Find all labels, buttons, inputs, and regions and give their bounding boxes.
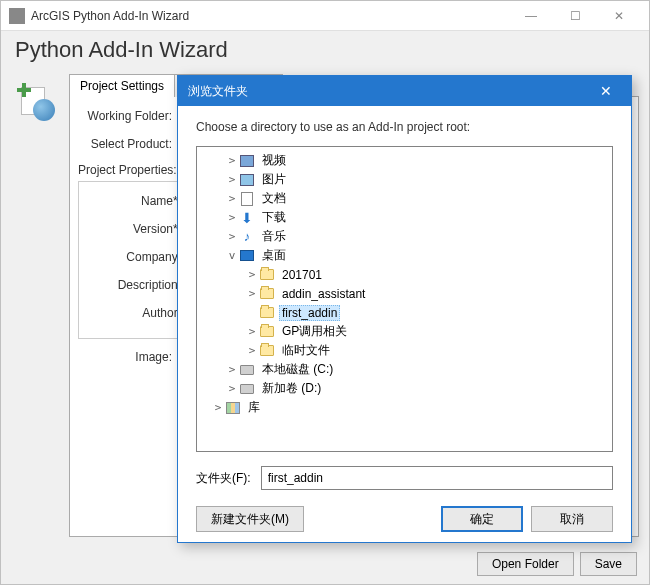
tree-item-label: 库 xyxy=(245,398,263,417)
tree-toggle-icon[interactable]: > xyxy=(225,173,239,186)
tree-toggle-icon[interactable]: > xyxy=(211,401,225,414)
tree-toggle-icon[interactable]: > xyxy=(245,268,259,281)
tree-toggle-icon[interactable]: > xyxy=(245,325,259,338)
author-label: Author: xyxy=(87,306,187,320)
description-label: Description: xyxy=(87,278,187,292)
pic-icon xyxy=(239,173,255,187)
tree-item[interactable]: >201701 xyxy=(197,265,612,284)
tree-item-label: 201701 xyxy=(279,267,325,283)
wizard-icon xyxy=(15,81,55,121)
tree-item-label: 音乐 xyxy=(259,227,289,246)
tree-item[interactable]: >GP调用相关 xyxy=(197,322,612,341)
tree-item-label: 桌面 xyxy=(259,246,289,265)
disk-icon xyxy=(239,363,255,377)
tree-item-label: 图片 xyxy=(259,170,289,189)
tree-item-label: GP调用相关 xyxy=(279,322,350,341)
tree-item-label: 新加卷 (D:) xyxy=(259,379,324,398)
tree-item-label: 本地磁盘 (C:) xyxy=(259,360,336,379)
new-folder-button[interactable]: 新建文件夹(M) xyxy=(196,506,304,532)
page-title: Python Add-In Wizard xyxy=(1,31,649,73)
titlebar: ArcGIS Python Add-In Wizard — ☐ ✕ xyxy=(1,1,649,31)
folder-name-input[interactable] xyxy=(261,466,613,490)
tree-item[interactable]: >图片 xyxy=(197,170,612,189)
tree-item[interactable]: v桌面 xyxy=(197,246,612,265)
video-icon xyxy=(239,154,255,168)
tree-item[interactable]: >文档 xyxy=(197,189,612,208)
desktop-icon xyxy=(239,249,255,263)
tree-toggle-icon[interactable]: v xyxy=(225,249,239,262)
tree-item[interactable]: >⬇下载 xyxy=(197,208,612,227)
tree-item-label: first_addin xyxy=(279,305,340,321)
tree-toggle-icon[interactable]: > xyxy=(245,344,259,357)
ok-button[interactable]: 确定 xyxy=(441,506,523,532)
name-label: Name*: xyxy=(87,194,187,208)
tree-item[interactable]: >新加卷 (D:) xyxy=(197,379,612,398)
minimize-button[interactable]: — xyxy=(509,2,553,30)
dialog-instruction: Choose a directory to use as an Add-In p… xyxy=(196,120,613,134)
disk-icon xyxy=(239,382,255,396)
music-icon: ♪ xyxy=(239,230,255,244)
down-icon: ⬇ xyxy=(239,211,255,225)
tree-item[interactable]: first_addin xyxy=(197,303,612,322)
tree-item-label: 临时文件 xyxy=(279,341,333,360)
app-icon xyxy=(9,8,25,24)
browse-folder-dialog: 浏览文件夹 ✕ Choose a directory to use as an … xyxy=(177,75,632,543)
company-label: Company: xyxy=(87,250,187,264)
version-label: Version*: xyxy=(87,222,187,236)
tree-item[interactable]: >本地磁盘 (C:) xyxy=(197,360,612,379)
folder-icon xyxy=(259,344,275,358)
tree-toggle-icon[interactable]: > xyxy=(225,154,239,167)
tree-item-label: 视频 xyxy=(259,151,289,170)
folder-field-label: 文件夹(F): xyxy=(196,470,251,487)
image-label: Image: xyxy=(78,350,178,364)
folder-icon xyxy=(259,287,275,301)
tree-toggle-icon[interactable]: > xyxy=(225,211,239,224)
tree-toggle-icon[interactable]: > xyxy=(225,382,239,395)
tree-item-label: addin_assistant xyxy=(279,286,368,302)
tree-toggle-icon[interactable]: > xyxy=(245,287,259,300)
close-button[interactable]: ✕ xyxy=(597,2,641,30)
tree-item-label: 文档 xyxy=(259,189,289,208)
folder-tree[interactable]: >视频>图片>文档>⬇下载>♪音乐v桌面>201701>addin_assist… xyxy=(196,146,613,452)
folder-icon xyxy=(259,268,275,282)
dialog-title: 浏览文件夹 xyxy=(188,83,591,100)
open-folder-button[interactable]: Open Folder xyxy=(477,552,574,576)
save-button[interactable]: Save xyxy=(580,552,637,576)
tree-item[interactable]: >视频 xyxy=(197,151,612,170)
select-product-label: Select Product: xyxy=(78,137,178,151)
tree-item-label: 下载 xyxy=(259,208,289,227)
dialog-close-button[interactable]: ✕ xyxy=(591,76,621,106)
folder-icon xyxy=(259,306,275,320)
maximize-button[interactable]: ☐ xyxy=(553,2,597,30)
dialog-titlebar: 浏览文件夹 ✕ xyxy=(178,76,631,106)
tree-item[interactable]: >addin_assistant xyxy=(197,284,612,303)
tree-toggle-icon[interactable]: > xyxy=(225,230,239,243)
folder-icon xyxy=(259,325,275,339)
lib-icon xyxy=(225,401,241,415)
working-folder-label: Working Folder: xyxy=(78,109,178,123)
window-title: ArcGIS Python Add-In Wizard xyxy=(31,9,509,23)
tab-project-settings[interactable]: Project Settings xyxy=(69,74,175,97)
tree-toggle-icon[interactable]: > xyxy=(225,192,239,205)
footer-buttons: Open Folder Save xyxy=(477,552,637,576)
doc-icon xyxy=(239,192,255,206)
tree-item[interactable]: >库 xyxy=(197,398,612,417)
tree-item[interactable]: >临时文件 xyxy=(197,341,612,360)
main-window: ArcGIS Python Add-In Wizard — ☐ ✕ Python… xyxy=(0,0,650,585)
tree-toggle-icon[interactable]: > xyxy=(225,363,239,376)
cancel-button[interactable]: 取消 xyxy=(531,506,613,532)
tree-item[interactable]: >♪音乐 xyxy=(197,227,612,246)
